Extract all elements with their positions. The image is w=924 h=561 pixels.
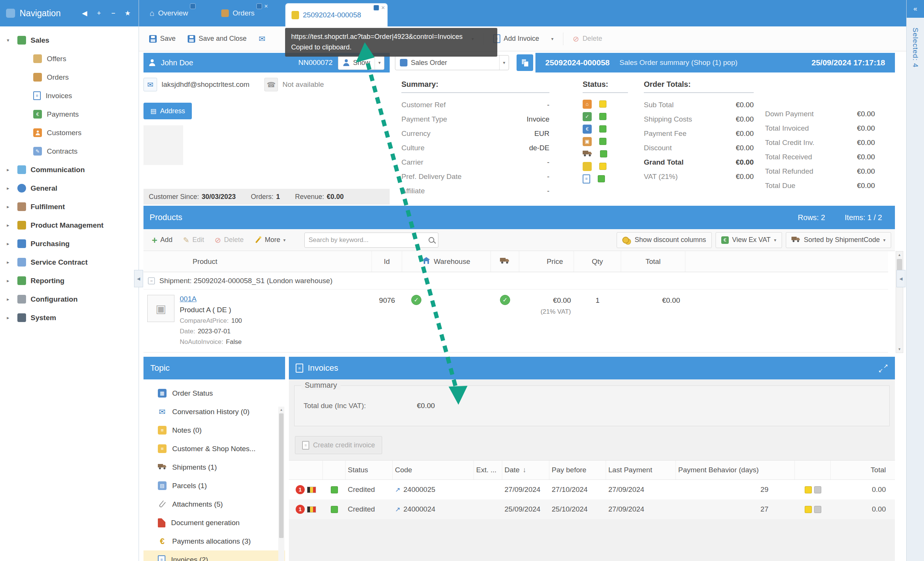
favorites-icon[interactable]: ★ (123, 9, 133, 17)
show-customer-button[interactable]: Show ▾ (338, 55, 384, 70)
show-discount-columns-button[interactable]: Show discount columns (617, 232, 712, 248)
nav-group-reporting[interactable]: ▸ Reporting (0, 271, 139, 290)
products-scrollbar[interactable]: ▲ ▼ (896, 251, 903, 353)
topic-item-shipments[interactable]: Shipments (1) (143, 458, 285, 476)
column-product[interactable]: Product (143, 251, 372, 272)
tab-orders[interactable]: Orders ✕ (221, 0, 255, 26)
invoice-row[interactable]: 1 Credited ↗ 24000024 25/09/2024 25/10/2… (289, 499, 895, 519)
collapse-icon[interactable]: − (148, 277, 155, 284)
save-button[interactable]: Save (144, 31, 180, 46)
order-type-dropdown[interactable]: ▾ (499, 55, 509, 70)
column-carrier[interactable] (491, 251, 519, 272)
topic-item-notes[interactable]: ≡ Notes (0) (143, 421, 285, 439)
chevron-right-icon[interactable]: ▸ (7, 296, 13, 302)
delete-product-button[interactable]: ⊘ Delete (210, 233, 248, 248)
nav-group-sales[interactable]: ▾ Sales (0, 31, 139, 49)
topic-item-customer-shop-notes[interactable]: ≡ Customer & Shop Notes... (143, 439, 285, 458)
topic-item-conversation-history[interactable]: ✉ Conversation History (0) (143, 402, 285, 421)
column-payment-behavior[interactable]: Payment Behavior (days) (676, 461, 795, 479)
tab-overview[interactable]: ⌂ Overview (150, 0, 188, 26)
more-products-button[interactable]: More ▾ (250, 233, 290, 247)
nav-group-configuration[interactable]: ▸ Configuration (0, 290, 139, 308)
column-status[interactable]: Status (346, 461, 393, 479)
sort-products-button[interactable]: Sorted by ShipmentCode ▾ (786, 232, 891, 248)
invoice-code[interactable]: 24000025 (403, 485, 435, 494)
view-ex-vat-button[interactable]: € View Ex VAT ▾ (716, 232, 782, 248)
create-credit-invoice-button[interactable]: ≡ Create credit invoice (295, 436, 382, 454)
tab-pin-icon[interactable] (256, 3, 262, 9)
column-total[interactable]: Total (621, 251, 685, 272)
chevron-right-icon[interactable]: ▸ (7, 278, 13, 284)
topic-item-attachments[interactable]: Attachments (5) (143, 495, 285, 513)
order-type-select[interactable]: Sales Order ▾ (395, 55, 509, 70)
chevron-right-icon[interactable]: ▸ (7, 222, 13, 228)
sidebar-collapse-handle[interactable]: ◀ (134, 270, 143, 287)
email-button[interactable]: ✉ (254, 31, 270, 47)
delete-button[interactable]: ⊘ Delete (568, 31, 607, 47)
nav-group-fulfilment[interactable]: ▸ Fulfilment (0, 197, 139, 216)
column-price[interactable]: Price (519, 251, 574, 272)
topic-scrollbar[interactable]: ▲ (278, 407, 284, 561)
open-invoice-icon[interactable]: ↗ (395, 486, 400, 494)
close-icon[interactable]: ✕ (264, 3, 268, 9)
selected-count-tab[interactable]: Selected: 4 (911, 28, 919, 68)
topic-item-parcels[interactable]: ▤ Parcels (1) (143, 476, 285, 495)
nav-group-purchasing[interactable]: ▸ Purchasing (0, 234, 139, 253)
add-nav-icon[interactable]: + (94, 9, 104, 17)
add-product-button[interactable]: + Add (147, 233, 177, 247)
column-qty[interactable]: Qty (574, 251, 621, 272)
expand-panel-icon[interactable]: ↗ ↙ (878, 363, 888, 373)
nav-group-service-contract[interactable]: ▸ Service Contract (0, 253, 139, 271)
product-row[interactable]: ▣ 001A Product A ( DE ) CompareAtPrice:1… (143, 290, 888, 352)
edit-product-button[interactable]: ✎ Edit (179, 233, 209, 248)
column-ext[interactable]: Ext. ... (474, 461, 502, 479)
collapse-nav-icon[interactable]: ◀ (80, 9, 89, 17)
nav-group-system[interactable]: ▸ System (0, 308, 139, 327)
column-invoice-total[interactable]: Total (831, 461, 895, 479)
scroll-up-icon[interactable]: ▲ (896, 251, 903, 258)
sidebar-item-customers[interactable]: Customers (0, 123, 139, 142)
chevron-right-icon[interactable]: ▸ (7, 241, 13, 247)
chevron-down-icon[interactable]: ▾ (7, 37, 13, 43)
add-invoice-dropdown[interactable]: ▾ (546, 33, 558, 45)
search-icon[interactable] (429, 237, 434, 243)
chevron-right-icon[interactable]: ▸ (7, 185, 13, 191)
invoice-code[interactable]: 24000024 (403, 505, 435, 513)
column-pay-before[interactable]: Pay before (549, 461, 606, 479)
scrollbar-thumb[interactable] (279, 413, 284, 538)
scroll-down-icon[interactable]: ▼ (896, 346, 903, 353)
tab-pin-icon[interactable] (373, 5, 379, 11)
column-last-payment[interactable]: Last Payment (606, 461, 676, 479)
sidebar-item-invoices[interactable]: ≡ Invoices (0, 86, 139, 105)
topic-item-invoices[interactable]: ≡ Invoices (2) (143, 550, 285, 561)
chevron-right-icon[interactable]: ▸ (7, 259, 13, 265)
show-dropdown[interactable]: ▾ (375, 56, 384, 69)
product-code-link[interactable]: 001A (180, 295, 242, 303)
topic-item-payments-allocations[interactable]: € Payments allocations (3) (143, 532, 285, 550)
shipment-group-row[interactable]: − Shipment: 25092024-000058_S1 (London w… (143, 272, 888, 290)
copy-order-link-button[interactable] (517, 54, 533, 71)
chevron-right-icon[interactable]: ▸ (7, 167, 13, 173)
save-and-close-button[interactable]: Save and Close (183, 31, 251, 46)
close-icon[interactable]: ✕ (381, 5, 385, 11)
column-warehouse[interactable]: Warehouse (402, 251, 491, 272)
tab-pin-icon[interactable] (190, 3, 196, 9)
right-panel-collapse-handle[interactable]: ◀ (896, 270, 905, 287)
sidebar-item-offers[interactable]: Offers (0, 49, 139, 68)
nav-group-product-management[interactable]: ▸ Product Management (0, 216, 139, 234)
dock-controls[interactable]: « (907, 0, 924, 18)
sidebar-item-orders[interactable]: Orders (0, 68, 139, 86)
sidebar-item-payments[interactable]: € Payments (0, 105, 139, 123)
scroll-up-icon[interactable]: ▲ (278, 407, 284, 413)
search-input[interactable] (309, 236, 426, 244)
topic-item-order-status[interactable]: ▦ Order Status (143, 384, 285, 402)
invoice-row[interactable]: 1 Credited ↗ 24000025 27/09/2024 27/10/2… (289, 480, 895, 499)
chevron-right-icon[interactable]: ▸ (7, 204, 13, 210)
tab-order-25092024-000058[interactable]: 25092024-000058 ✕ (285, 3, 388, 26)
remove-nav-icon[interactable]: − (108, 9, 118, 17)
topic-item-document-generation[interactable]: Document generation (143, 513, 285, 532)
column-date[interactable]: Date↓ (502, 461, 549, 479)
nav-group-general[interactable]: ▸ General (0, 179, 139, 197)
sidebar-item-contracts[interactable]: ✎ Contracts (0, 142, 139, 160)
chevron-right-icon[interactable]: ▸ (7, 315, 13, 321)
